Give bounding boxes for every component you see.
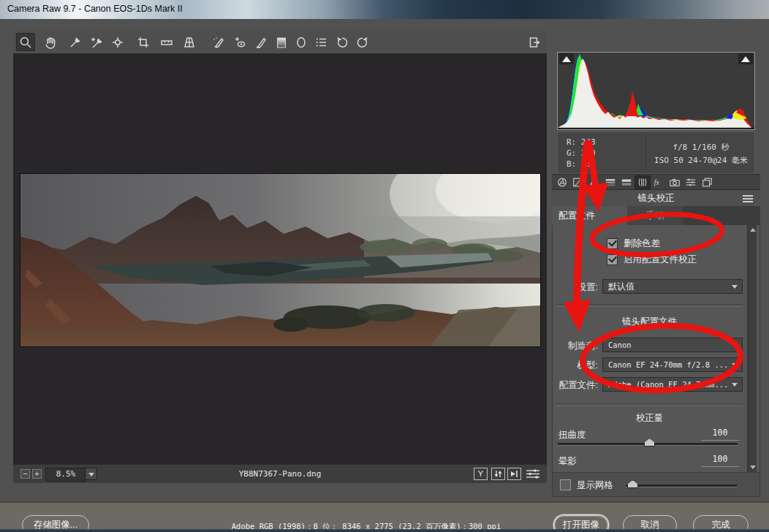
rotate-right-button[interactable]	[353, 33, 372, 51]
level-icon	[159, 35, 174, 50]
rgb-g-value: G: 240	[567, 148, 596, 158]
before-after-swap-button[interactable]	[507, 468, 521, 480]
rgb-r-value: R: 243	[567, 137, 596, 147]
highlight-clipping-icon	[741, 56, 750, 62]
tab-split-toning[interactable]	[618, 175, 634, 189]
rotate-cw-icon	[355, 35, 370, 50]
graduated-filter-tool-button[interactable]	[272, 33, 291, 51]
tab-hsl-grayscale[interactable]	[602, 175, 618, 189]
profile-value: Adobe (Canon EF 24-70mm...	[608, 380, 728, 389]
lens-icon	[637, 177, 648, 188]
adjustment-brush-tool-button[interactable]	[251, 33, 270, 51]
tab-tone-curve[interactable]	[570, 175, 586, 189]
list-icon	[314, 35, 328, 50]
preview-settings-button[interactable]	[525, 468, 541, 483]
preview-toggle-button[interactable]: Y	[474, 468, 488, 480]
separator	[557, 403, 743, 406]
chevron-down-icon	[732, 383, 738, 387]
title-bar[interactable]: Camera Raw 9.7 - Canon EOS-1Ds Mark II	[0, 0, 769, 20]
crosshair-icon	[110, 35, 125, 50]
panel-scrollbar[interactable]	[747, 225, 757, 472]
show-grid-row: 显示网格	[552, 472, 760, 497]
perspective-grid-icon	[182, 35, 197, 50]
histogram-plot	[558, 53, 754, 129]
setup-label: 设置:	[553, 281, 598, 294]
preview-canvas[interactable]	[13, 53, 547, 464]
setup-select[interactable]: 默认值	[602, 279, 743, 294]
grid-size-slider-handle[interactable]	[627, 480, 638, 488]
remove-chromatic-aberration-label: 删除色差	[624, 238, 660, 250]
red-eye-tool-button[interactable]	[230, 33, 249, 51]
vignetting-label: 晕影	[558, 455, 577, 468]
white-balance-tool-button[interactable]	[66, 33, 85, 51]
spot-removal-tool-button[interactable]	[209, 33, 228, 51]
preview-toggle-glyph: Y	[478, 469, 483, 478]
window-title: Camera Raw 9.7 - Canon EOS-1Ds Mark II	[7, 4, 183, 14]
before-after-vertical-button[interactable]	[491, 468, 505, 480]
model-select[interactable]: Canon EF 24-70mm f/2.8 ...	[602, 357, 743, 372]
dialog-body: − + 8.5% YB8N7367-Pano.dng Y	[0, 19, 769, 532]
shadow-clipping-icon	[562, 56, 571, 62]
make-select[interactable]: Canon	[602, 338, 743, 352]
distortion-slider-handle[interactable]	[644, 438, 655, 446]
highlight-clipping-button[interactable]	[738, 53, 753, 64]
scroll-up-icon[interactable]	[750, 228, 756, 232]
crop-icon	[136, 35, 151, 50]
model-label: 机型:	[553, 360, 598, 372]
vignetting-value[interactable]: 100	[701, 454, 739, 467]
color-sampler-tool-button[interactable]	[87, 33, 106, 51]
zoom-tool-button[interactable]	[16, 33, 35, 51]
tab-manual[interactable]: 手动	[627, 206, 683, 225]
targeted-adjustment-tool-button[interactable]	[108, 33, 127, 51]
chevron-down-icon	[732, 343, 738, 347]
camera-raw-window: Camera Raw 9.7 - Canon EOS-1Ds Mark II	[0, 0, 769, 532]
hand-icon	[43, 35, 58, 50]
dialog-footer: 存储图像... Adobe RGB (1998)；8 位； 8346 x 277…	[0, 501, 769, 532]
panel-tab-strip: fx	[552, 174, 760, 190]
setup-value: 默认值	[608, 281, 634, 292]
remove-chromatic-aberration-checkbox[interactable]	[607, 238, 618, 249]
chevron-down-icon	[732, 285, 738, 289]
rgb-b-value: B: 237	[567, 159, 596, 169]
profile-label: 配置文件:	[553, 379, 598, 392]
histogram	[557, 52, 755, 130]
panel-menu-button[interactable]	[743, 195, 753, 202]
distortion-value[interactable]: 100	[701, 428, 739, 441]
make-value: Canon	[608, 341, 632, 349]
ellipse-icon	[294, 35, 308, 50]
rotate-left-button[interactable]	[333, 33, 352, 51]
healing-brush-icon	[211, 35, 226, 50]
show-grid-checkbox[interactable]	[560, 479, 571, 490]
window-frame-bottom	[0, 529, 769, 532]
scroll-down-icon[interactable]	[750, 466, 756, 469]
hand-tool-button[interactable]	[41, 33, 60, 51]
swap-vertical-icon	[492, 468, 504, 479]
enable-profile-corrections-checkbox[interactable]	[607, 254, 618, 265]
tab-presets[interactable]	[683, 175, 699, 189]
crop-tool-button[interactable]	[134, 33, 153, 51]
tab-effects[interactable]: fx	[651, 175, 667, 189]
transform-tool-button[interactable]	[180, 33, 199, 51]
straighten-tool-button[interactable]	[157, 33, 176, 51]
shadow-clipping-button[interactable]	[559, 53, 574, 64]
distortion-label: 扭曲度	[558, 429, 586, 441]
distortion-slider[interactable]	[558, 443, 738, 446]
landscape-photo	[20, 174, 540, 346]
grid-size-slider[interactable]	[626, 484, 737, 487]
svg-text:fx: fx	[654, 178, 660, 186]
tab-lens-corrections[interactable]	[634, 175, 651, 189]
profile-select[interactable]: Adobe (Canon EF 24-70mm...	[602, 377, 743, 392]
tab-profile[interactable]: 配置文件	[552, 206, 627, 225]
filmstrip-menu-tool-button[interactable]	[311, 33, 330, 51]
tab-camera-calibration[interactable]	[667, 175, 683, 189]
tab-basic[interactable]	[554, 175, 570, 189]
tab-snapshots[interactable]	[699, 175, 715, 189]
photo-preview[interactable]	[20, 173, 541, 347]
exif-lens: ISO 50 24-70@24 毫米	[646, 155, 756, 166]
rotate-ccw-icon	[335, 35, 349, 50]
separator	[557, 304, 743, 307]
toggle-fullscreen-button[interactable]	[525, 33, 544, 51]
radial-filter-tool-button[interactable]	[292, 33, 311, 51]
tab-detail[interactable]	[586, 175, 602, 189]
panel-title: 镜头校正	[552, 190, 760, 205]
